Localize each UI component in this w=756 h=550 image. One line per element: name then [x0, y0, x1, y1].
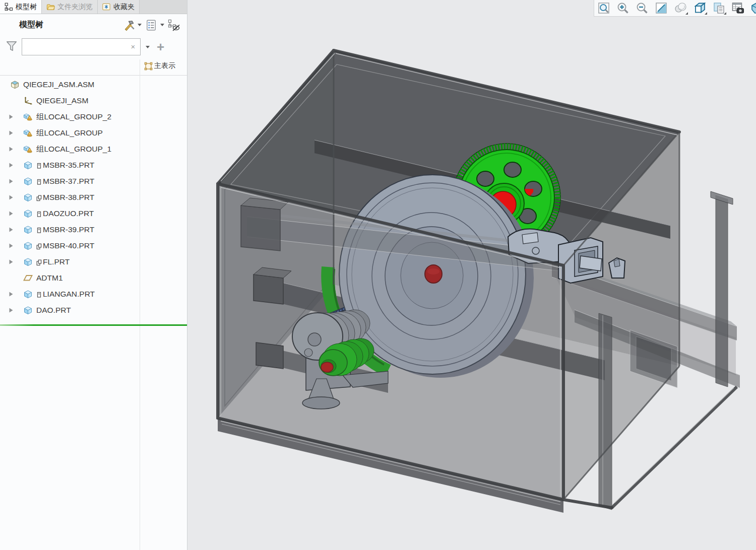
icon-datum: [22, 273, 34, 283]
tb-partial-icon: [750, 2, 756, 15]
navigator-tab-1[interactable]: 文件夹浏览: [42, 0, 98, 14]
status-badge-double: [36, 243, 42, 249]
tree-item[interactable]: ADTM1: [0, 270, 186, 286]
dropdown-caret-icon[interactable]: [724, 12, 726, 15]
status-badge-single: [36, 162, 42, 169]
capture-button[interactable]: [728, 1, 747, 16]
main-representation-column[interactable]: 主表示: [144, 61, 175, 71]
tree-item[interactable]: MSBR-38.PRT: [0, 189, 186, 205]
dropdown-caret-icon[interactable]: [138, 24, 142, 26]
tree-item[interactable]: MSBR-39.PRT: [0, 222, 186, 238]
icon-part: [22, 192, 34, 202]
datum-display-button[interactable]: [747, 1, 756, 16]
zoom-in-button[interactable]: [613, 1, 633, 16]
expand-arrow-icon[interactable]: [9, 259, 22, 264]
tree-item-label: MSBR-37.PRT: [43, 177, 94, 186]
tree-search-input[interactable]: [22, 39, 140, 55]
icon-tree-eye: [168, 19, 180, 31]
tree-filters-button[interactable]: [122, 19, 143, 31]
navigator-tab-0[interactable]: 模型树: [0, 0, 42, 14]
add-filter-button[interactable]: +: [157, 41, 164, 52]
tb-repaint-icon: [655, 2, 668, 15]
tree-item[interactable]: MSBR-35.PRT: [0, 157, 186, 173]
icon-part: [22, 241, 34, 251]
model-tree-toolbar: [122, 19, 180, 31]
dropdown-caret-icon[interactable]: [685, 12, 688, 15]
tb-refit-icon: [597, 2, 610, 15]
view-manager-button[interactable]: [709, 1, 728, 16]
icon-part: [22, 305, 34, 315]
tab-label: 模型树: [16, 3, 37, 12]
tree-item-label: 组LOCAL_GROUP_1: [36, 144, 111, 155]
expand-arrow-icon[interactable]: [9, 227, 22, 232]
tree-item[interactable]: QIEGEJI_ASM.ASM: [0, 77, 186, 93]
frame-icon: [144, 62, 153, 71]
dropdown-caret-icon[interactable]: [160, 24, 164, 26]
icon-part: [22, 209, 34, 219]
search-dropdown-caret-icon[interactable]: [146, 46, 150, 48]
tree-item-label: MSBR-39.PRT: [43, 225, 94, 234]
tree-item[interactable]: MSBR-40.PRT: [0, 238, 186, 254]
model-tree: QIEGEJI_ASM.ASMQIEGEJI_ASM组LOCAL_GROUP_2…: [0, 77, 186, 318]
status-badge-single: [36, 227, 42, 233]
tree-item-label: FL.PRT: [43, 257, 70, 266]
icon-part: [22, 160, 34, 170]
icon-tools: [122, 19, 135, 31]
tree-item[interactable]: 组LOCAL_GROUP_1: [0, 141, 186, 157]
expand-arrow-icon[interactable]: [9, 179, 22, 184]
tree-settings-button[interactable]: [145, 19, 166, 31]
icon-tab-tree: [5, 3, 13, 11]
application-window: 模型树文件夹浏览收藏夹 模型树 × + 主表示 QIEGEJI_ASM.ASMQ…: [0, 0, 756, 550]
icon-group: [22, 112, 34, 122]
expand-arrow-icon[interactable]: [9, 147, 22, 152]
dropdown-caret-icon[interactable]: [705, 12, 707, 15]
navigator-tab-2[interactable]: 收藏夹: [98, 0, 140, 14]
tree-item-label: 组LOCAL_GROUP_2: [36, 112, 111, 122]
icon-group: [22, 144, 34, 154]
model-tree-title: 模型树: [19, 20, 43, 30]
icon-folder: [46, 3, 55, 11]
insert-here-marker[interactable]: [0, 324, 187, 326]
expand-arrow-icon[interactable]: [9, 130, 22, 135]
display-style-button[interactable]: [671, 1, 690, 16]
tree-item-label: MSBR-35.PRT: [43, 161, 94, 170]
repaint-button[interactable]: [652, 1, 671, 16]
expand-arrow-icon[interactable]: [9, 211, 22, 216]
icon-part: [22, 176, 34, 186]
navigator-panel: 模型树文件夹浏览收藏夹 模型树 × + 主表示 QIEGEJI_ASM.ASMQ…: [0, 0, 187, 550]
tree-columns-button[interactable]: [168, 19, 180, 31]
saved-orientations-button[interactable]: [690, 1, 709, 16]
icon-favorite: [102, 3, 111, 11]
status-badge-double: [36, 194, 42, 201]
icon-list: [145, 19, 157, 31]
expand-arrow-icon[interactable]: [9, 308, 22, 313]
graphics-area[interactable]: [187, 0, 756, 550]
tree-item[interactable]: MSBR-37.PRT: [0, 173, 186, 189]
tree-item[interactable]: FL.PRT: [0, 254, 186, 270]
tree-column-header: 主表示: [0, 58, 187, 76]
expand-arrow-icon[interactable]: [9, 163, 22, 168]
expand-arrow-icon[interactable]: [9, 195, 22, 200]
expand-arrow-icon[interactable]: [9, 114, 22, 119]
tree-item[interactable]: 组LOCAL_GROUP_2: [0, 109, 186, 125]
tb-zoom-in-icon: [616, 2, 629, 15]
icon-part: [22, 225, 34, 235]
status-badge-single: [36, 211, 42, 217]
icon-assembly: [9, 80, 21, 90]
tree-item[interactable]: LIANGAN.PRT: [0, 286, 186, 302]
tab-label: 收藏夹: [113, 3, 135, 12]
tree-item-label: MSBR-40.PRT: [43, 241, 94, 250]
icon-group: [22, 128, 34, 138]
expand-arrow-icon[interactable]: [9, 292, 22, 297]
main-representation-label: 主表示: [154, 61, 175, 71]
clear-search-icon[interactable]: ×: [129, 43, 137, 51]
tree-item[interactable]: QIEGEJI_ASM: [0, 93, 186, 109]
assembly-3d-view: [187, 0, 756, 550]
tree-item[interactable]: DAOZUO.PRT: [0, 205, 186, 222]
zoom-out-button[interactable]: [633, 1, 652, 16]
tree-item[interactable]: DAO.PRT: [0, 302, 186, 318]
tree-search-box: ×: [22, 38, 141, 55]
refit-button[interactable]: [594, 1, 613, 16]
tree-item[interactable]: 组LOCAL_GROUP: [0, 125, 186, 141]
expand-arrow-icon[interactable]: [9, 243, 22, 248]
